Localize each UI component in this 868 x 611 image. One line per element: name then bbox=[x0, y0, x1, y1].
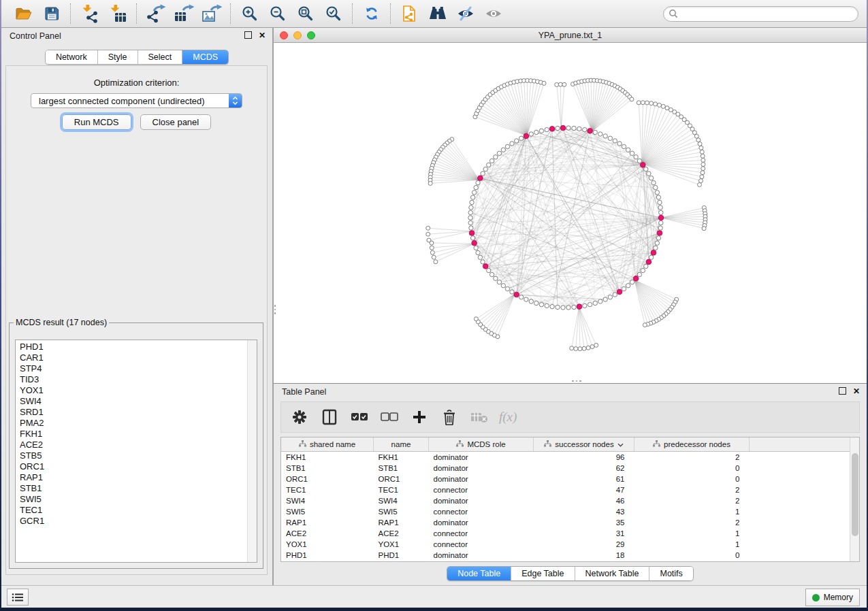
mcds-result-item[interactable]: CAR1 bbox=[20, 352, 257, 363]
mcds-result-item[interactable]: ACE2 bbox=[20, 440, 257, 450]
table-row[interactable]: PHD1PHD1dominator180 bbox=[281, 550, 856, 561]
save-icon[interactable] bbox=[37, 2, 65, 25]
mcds-result-item[interactable]: STB5 bbox=[20, 450, 257, 461]
select-all-icon[interactable] bbox=[349, 407, 370, 427]
run-mcds-button[interactable]: Run MCDS bbox=[62, 114, 131, 130]
mcds-result-item[interactable]: YOX1 bbox=[20, 385, 257, 396]
eye-icon[interactable] bbox=[479, 2, 507, 25]
table-row[interactable]: FKH1FKH1dominator962 bbox=[281, 452, 856, 463]
close-panel-icon[interactable]: ✕ bbox=[853, 388, 860, 395]
mcds-result-item[interactable]: GCR1 bbox=[20, 516, 257, 527]
panel-splitter-handle[interactable] bbox=[274, 305, 276, 320]
delete-column-icon[interactable] bbox=[439, 407, 460, 427]
table-row[interactable]: SWI4SWI4dominator462 bbox=[281, 495, 856, 506]
tab-network[interactable]: Network bbox=[46, 50, 98, 64]
mcds-result-list[interactable]: PHD1CAR1STP4TID3YOX1SWI4SRD1PMA2FKH1ACE2… bbox=[15, 340, 257, 563]
tab-select[interactable]: Select bbox=[138, 50, 183, 64]
search-box[interactable] bbox=[663, 6, 858, 22]
status-bar: Memory bbox=[1, 585, 867, 608]
table-scrollbar[interactable] bbox=[850, 437, 859, 561]
network-canvas[interactable] bbox=[273, 43, 867, 383]
zoom-out-icon[interactable] bbox=[263, 2, 291, 25]
delete-table-icon[interactable] bbox=[469, 407, 489, 427]
table-row[interactable]: RAP1RAP1dominator352 bbox=[281, 517, 856, 528]
network-window-titlebar[interactable]: YPA_prune.txt_1 bbox=[273, 28, 867, 43]
mcds-result-item[interactable]: ORC1 bbox=[20, 461, 257, 472]
mcds-result-item[interactable]: PHD1 bbox=[20, 342, 257, 352]
table-row[interactable]: ACE2ACE2connector311 bbox=[281, 528, 856, 539]
table-row[interactable]: TEC1TEC1connector472 bbox=[281, 484, 856, 495]
column-header-MCDS-role[interactable]: MCDS role bbox=[429, 437, 534, 452]
import-table-icon[interactable] bbox=[103, 2, 131, 25]
mcds-result-item[interactable]: STP4 bbox=[20, 363, 257, 374]
mcds-result-item[interactable]: SWI4 bbox=[20, 396, 257, 407]
network-window-title: YPA_prune.txt_1 bbox=[274, 31, 867, 40]
tab-node-table[interactable]: Node Table bbox=[447, 567, 511, 580]
select-stepper-icon bbox=[229, 94, 242, 108]
optimization-criterion-select[interactable]: largest connected component (undirected) bbox=[31, 93, 242, 108]
float-panel-icon[interactable] bbox=[244, 31, 252, 39]
zoom-fit-icon[interactable] bbox=[291, 2, 319, 25]
function-builder-icon[interactable]: f(x) bbox=[499, 410, 517, 425]
tab-style[interactable]: Style bbox=[98, 50, 138, 64]
mcds-result-item[interactable]: RAP1 bbox=[20, 472, 257, 483]
zoom-in-icon[interactable] bbox=[236, 2, 263, 25]
search-icon bbox=[669, 9, 678, 18]
panel-splitter-handle[interactable] bbox=[572, 380, 587, 382]
main-toolbar bbox=[1, 0, 867, 28]
tab-motifs[interactable]: Motifs bbox=[649, 567, 692, 580]
control-panel-tabs: NetworkStyleSelectMCDS bbox=[45, 50, 229, 65]
memory-button[interactable]: Memory bbox=[805, 589, 860, 606]
mcds-result-item[interactable]: TID3 bbox=[20, 374, 257, 385]
binoculars-icon[interactable] bbox=[423, 2, 451, 25]
float-panel-icon[interactable] bbox=[839, 387, 846, 395]
memory-status-icon bbox=[812, 594, 820, 601]
search-input[interactable] bbox=[681, 8, 853, 19]
export-network-icon[interactable] bbox=[142, 2, 170, 25]
export-table-icon[interactable] bbox=[170, 2, 197, 25]
import-network-icon[interactable] bbox=[76, 2, 103, 25]
eye-slash-icon[interactable] bbox=[451, 2, 479, 25]
task-history-button[interactable] bbox=[7, 589, 29, 606]
export-image-icon[interactable] bbox=[197, 2, 225, 25]
toolbar-separator bbox=[136, 3, 137, 24]
zoom-selected-icon[interactable] bbox=[319, 2, 347, 25]
result-scrollbar[interactable] bbox=[247, 340, 257, 562]
add-column-icon[interactable] bbox=[409, 407, 430, 427]
close-panel-icon[interactable]: ✕ bbox=[259, 32, 266, 39]
table-panel: Table Panel ✕ bbox=[273, 383, 867, 585]
mcds-result-item[interactable]: FKH1 bbox=[20, 429, 257, 440]
tab-mcds[interactable]: MCDS bbox=[182, 50, 228, 64]
mcds-result-item[interactable]: SRD1 bbox=[20, 407, 257, 418]
table-row[interactable]: YOX1YOX1connector291 bbox=[281, 539, 856, 550]
refresh-icon[interactable] bbox=[357, 2, 385, 25]
mcds-result-item[interactable]: PMA2 bbox=[20, 418, 257, 429]
table-row[interactable]: ORC1ORC1dominator610 bbox=[281, 474, 856, 484]
toolbar-separator bbox=[230, 3, 231, 24]
column-header-predecessor-nodes[interactable]: predecessor nodes bbox=[634, 437, 750, 452]
column-header-successor-nodes[interactable]: successor nodes bbox=[534, 437, 634, 452]
column-header-shared-name[interactable]: shared name bbox=[281, 437, 374, 452]
table-row[interactable]: SWI5SWI5connector431 bbox=[281, 506, 856, 517]
tree-column-icon bbox=[653, 440, 660, 448]
mcds-result-item[interactable]: STB1 bbox=[20, 483, 257, 494]
mcds-result-item[interactable]: SWI5 bbox=[20, 494, 257, 505]
tab-edge-table[interactable]: Edge Table bbox=[511, 567, 575, 580]
document-share-icon[interactable] bbox=[396, 2, 423, 25]
table-settings-gear-icon[interactable] bbox=[289, 407, 310, 427]
close-panel-button[interactable]: Close panel bbox=[140, 114, 212, 130]
table-toolbar: f(x) bbox=[280, 401, 860, 433]
mcds-result-item[interactable]: TEC1 bbox=[20, 505, 257, 516]
scrollbar-thumb[interactable] bbox=[852, 453, 858, 536]
node-table[interactable]: shared namenameMCDS rolesuccessor nodesp… bbox=[280, 437, 860, 562]
control-panel-title: Control Panel bbox=[10, 31, 61, 41]
open-folder-icon[interactable] bbox=[10, 2, 37, 25]
network-graph[interactable] bbox=[274, 43, 867, 382]
deselect-all-icon[interactable] bbox=[379, 407, 400, 427]
tab-network-table[interactable]: Network Table bbox=[575, 567, 650, 580]
mcds-result-title: MCDS result (17 nodes) bbox=[14, 318, 109, 327]
column-header-name[interactable]: name bbox=[374, 437, 429, 452]
optimization-criterion-label: Optimization criterion: bbox=[6, 78, 267, 88]
table-row[interactable]: STB1STB1dominator620 bbox=[281, 463, 856, 474]
show-columns-icon[interactable] bbox=[319, 407, 340, 427]
